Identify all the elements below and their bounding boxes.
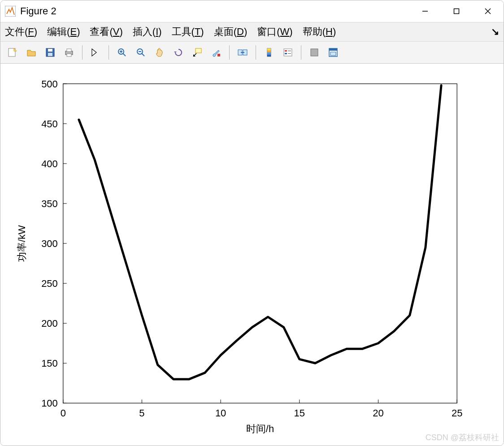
svg-text:时间/h: 时间/h <box>246 423 274 434</box>
svg-text:350: 350 <box>41 198 58 209</box>
brush-button[interactable] <box>208 44 225 61</box>
svg-text:250: 250 <box>41 278 58 289</box>
toolbar-separator <box>301 45 301 60</box>
save-button[interactable] <box>42 44 59 61</box>
zoom-out-button[interactable] <box>132 44 149 61</box>
svg-rect-29 <box>267 51 271 53</box>
menu-file[interactable]: 文件(F) <box>5 25 37 39</box>
menu-edit[interactable]: 编辑(E) <box>47 25 80 39</box>
svg-text:300: 300 <box>41 238 58 249</box>
svg-text:25: 25 <box>452 407 462 419</box>
menubar: 文件(F) 编辑(E) 查看(V) 插入(I) 工具(T) 桌面(D) 窗口(W… <box>0 22 504 42</box>
svg-text:15: 15 <box>294 407 305 419</box>
window-title: Figure 2 <box>20 5 56 17</box>
svg-rect-9 <box>48 53 52 56</box>
titlebar: Figure 2 <box>0 0 504 22</box>
svg-rect-41 <box>63 84 457 403</box>
svg-text:400: 400 <box>41 158 58 169</box>
edit-plot-button[interactable] <box>87 44 104 61</box>
svg-rect-33 <box>285 50 287 52</box>
link-button[interactable] <box>234 44 251 61</box>
print-button[interactable] <box>61 44 78 61</box>
toolbar-separator <box>256 45 256 60</box>
svg-line-18 <box>142 53 144 56</box>
svg-text:150: 150 <box>41 358 58 369</box>
open-button[interactable] <box>23 44 40 61</box>
menu-view[interactable]: 查看(V) <box>90 25 122 39</box>
pan-button[interactable] <box>151 44 168 61</box>
svg-text:20: 20 <box>373 407 383 419</box>
rotate-button[interactable] <box>170 44 187 61</box>
menu-tools[interactable]: 工具(T) <box>172 25 204 39</box>
svg-text:200: 200 <box>41 318 58 329</box>
svg-rect-40 <box>330 52 336 56</box>
colorbar-button[interactable] <box>261 44 278 61</box>
data-cursor-button[interactable] <box>189 44 206 61</box>
chart-svg: 0510152025100150200250300350400450500时间/… <box>0 64 504 446</box>
svg-rect-34 <box>285 53 287 54</box>
svg-line-14 <box>123 53 126 56</box>
svg-rect-11 <box>67 49 71 52</box>
figure-window: Figure 2 文件(F) 编辑(E) 查看(V) 插入(I) 工具(T) 桌… <box>0 0 504 446</box>
svg-rect-21 <box>196 48 201 53</box>
menu-window[interactable]: 窗口(W) <box>257 25 292 39</box>
matlab-icon <box>5 6 16 17</box>
svg-text:0: 0 <box>61 407 66 419</box>
menu-desktop[interactable]: 桌面(D) <box>214 25 248 39</box>
menu-help[interactable]: 帮助(H) <box>303 25 336 39</box>
svg-rect-8 <box>48 49 52 52</box>
svg-rect-12 <box>67 54 71 56</box>
svg-text:10: 10 <box>215 407 226 419</box>
watermark-text: CSDN @荔枝科研社 <box>426 432 499 443</box>
minimize-button[interactable] <box>409 0 441 22</box>
toolbar-separator <box>82 45 83 60</box>
svg-text:500: 500 <box>41 78 58 90</box>
toolbar <box>0 42 504 64</box>
zoom-in-button[interactable] <box>113 44 130 61</box>
svg-rect-32 <box>284 49 292 56</box>
dock-button[interactable] <box>325 44 342 61</box>
svg-text:功率/kW: 功率/kW <box>16 225 27 262</box>
hide-tools-button[interactable] <box>306 44 323 61</box>
svg-text:100: 100 <box>41 398 58 409</box>
legend-button[interactable] <box>279 44 296 61</box>
toolbar-separator <box>229 45 230 60</box>
svg-text:450: 450 <box>41 118 58 130</box>
svg-rect-31 <box>267 55 271 57</box>
dock-arrow-icon[interactable]: ↘ <box>491 26 499 38</box>
maximize-button[interactable] <box>441 0 472 22</box>
svg-rect-2 <box>454 9 459 14</box>
svg-rect-28 <box>267 48 271 51</box>
axes-area[interactable]: 0510152025100150200250300350400450500时间/… <box>0 64 504 446</box>
toolbar-separator <box>109 45 109 60</box>
close-button[interactable] <box>472 0 504 22</box>
svg-text:5: 5 <box>139 407 144 419</box>
svg-marker-20 <box>174 52 177 53</box>
menu-insert[interactable]: 插入(I) <box>133 25 162 39</box>
svg-rect-37 <box>311 49 318 56</box>
svg-rect-30 <box>267 52 271 55</box>
svg-rect-24 <box>217 54 220 56</box>
svg-rect-39 <box>329 48 337 51</box>
new-figure-button[interactable] <box>4 44 21 61</box>
